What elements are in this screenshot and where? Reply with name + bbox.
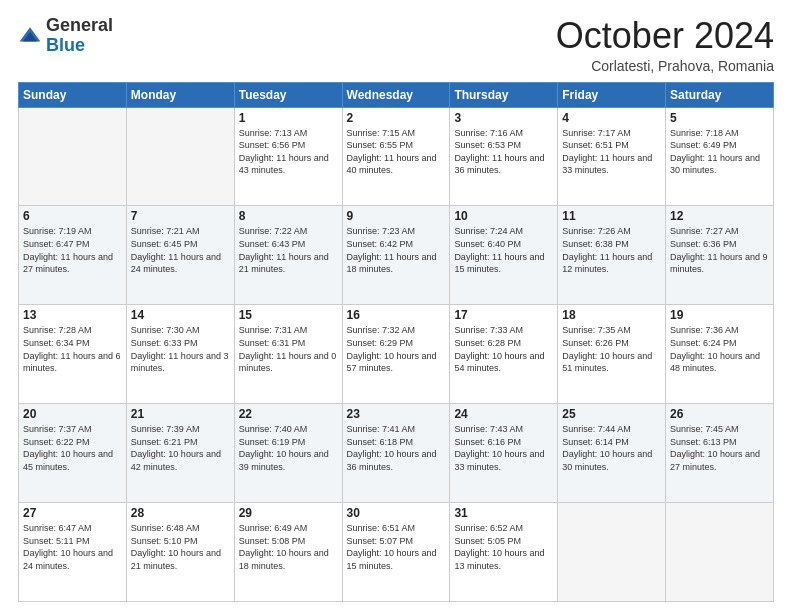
calendar-day-cell: 24Sunrise: 7:43 AMSunset: 6:16 PMDayligh… <box>450 404 558 503</box>
calendar-table: SundayMondayTuesdayWednesdayThursdayFrid… <box>18 82 774 602</box>
calendar-day-cell: 10Sunrise: 7:24 AMSunset: 6:40 PMDayligh… <box>450 206 558 305</box>
day-info: Sunrise: 7:31 AMSunset: 6:31 PMDaylight:… <box>239 324 338 374</box>
day-info: Sunrise: 7:32 AMSunset: 6:29 PMDaylight:… <box>347 324 446 374</box>
calendar-day-header: Thursday <box>450 82 558 107</box>
calendar-day-cell: 14Sunrise: 7:30 AMSunset: 6:33 PMDayligh… <box>126 305 234 404</box>
calendar-day-cell: 4Sunrise: 7:17 AMSunset: 6:51 PMDaylight… <box>558 107 666 206</box>
day-number: 24 <box>454 407 553 421</box>
day-number: 15 <box>239 308 338 322</box>
day-number: 8 <box>239 209 338 223</box>
calendar-day-cell: 15Sunrise: 7:31 AMSunset: 6:31 PMDayligh… <box>234 305 342 404</box>
day-number: 31 <box>454 506 553 520</box>
calendar-day-cell: 30Sunrise: 6:51 AMSunset: 5:07 PMDayligh… <box>342 503 450 602</box>
calendar-day-cell: 29Sunrise: 6:49 AMSunset: 5:08 PMDayligh… <box>234 503 342 602</box>
day-info: Sunrise: 7:18 AMSunset: 6:49 PMDaylight:… <box>670 127 769 177</box>
calendar-day-cell <box>19 107 127 206</box>
calendar-day-header: Friday <box>558 82 666 107</box>
day-info: Sunrise: 7:35 AMSunset: 6:26 PMDaylight:… <box>562 324 661 374</box>
day-info: Sunrise: 7:17 AMSunset: 6:51 PMDaylight:… <box>562 127 661 177</box>
day-number: 9 <box>347 209 446 223</box>
logo: General Blue <box>18 16 113 56</box>
day-number: 11 <box>562 209 661 223</box>
calendar-day-header: Tuesday <box>234 82 342 107</box>
day-info: Sunrise: 7:41 AMSunset: 6:18 PMDaylight:… <box>347 423 446 473</box>
day-number: 12 <box>670 209 769 223</box>
day-info: Sunrise: 6:47 AMSunset: 5:11 PMDaylight:… <box>23 522 122 572</box>
day-info: Sunrise: 6:48 AMSunset: 5:10 PMDaylight:… <box>131 522 230 572</box>
day-info: Sunrise: 7:16 AMSunset: 6:53 PMDaylight:… <box>454 127 553 177</box>
calendar-day-cell: 3Sunrise: 7:16 AMSunset: 6:53 PMDaylight… <box>450 107 558 206</box>
day-info: Sunrise: 7:15 AMSunset: 6:55 PMDaylight:… <box>347 127 446 177</box>
day-info: Sunrise: 7:36 AMSunset: 6:24 PMDaylight:… <box>670 324 769 374</box>
day-number: 16 <box>347 308 446 322</box>
calendar-day-cell: 31Sunrise: 6:52 AMSunset: 5:05 PMDayligh… <box>450 503 558 602</box>
calendar-day-cell: 20Sunrise: 7:37 AMSunset: 6:22 PMDayligh… <box>19 404 127 503</box>
calendar-day-header: Wednesday <box>342 82 450 107</box>
day-number: 2 <box>347 111 446 125</box>
location: Corlatesti, Prahova, Romania <box>556 58 774 74</box>
page: General Blue October 2024 Corlatesti, Pr… <box>0 0 792 612</box>
day-info: Sunrise: 7:13 AMSunset: 6:56 PMDaylight:… <box>239 127 338 177</box>
day-info: Sunrise: 7:23 AMSunset: 6:42 PMDaylight:… <box>347 225 446 275</box>
calendar-day-cell <box>558 503 666 602</box>
day-number: 30 <box>347 506 446 520</box>
day-info: Sunrise: 6:49 AMSunset: 5:08 PMDaylight:… <box>239 522 338 572</box>
day-info: Sunrise: 7:22 AMSunset: 6:43 PMDaylight:… <box>239 225 338 275</box>
header: General Blue October 2024 Corlatesti, Pr… <box>18 16 774 74</box>
day-number: 25 <box>562 407 661 421</box>
logo-icon <box>18 24 42 48</box>
logo-text: General Blue <box>46 16 113 56</box>
calendar-day-cell: 27Sunrise: 6:47 AMSunset: 5:11 PMDayligh… <box>19 503 127 602</box>
calendar-week-row: 1Sunrise: 7:13 AMSunset: 6:56 PMDaylight… <box>19 107 774 206</box>
day-number: 17 <box>454 308 553 322</box>
calendar-day-header: Sunday <box>19 82 127 107</box>
calendar-day-cell: 16Sunrise: 7:32 AMSunset: 6:29 PMDayligh… <box>342 305 450 404</box>
day-info: Sunrise: 7:26 AMSunset: 6:38 PMDaylight:… <box>562 225 661 275</box>
calendar-day-cell: 12Sunrise: 7:27 AMSunset: 6:36 PMDayligh… <box>666 206 774 305</box>
calendar-day-cell: 28Sunrise: 6:48 AMSunset: 5:10 PMDayligh… <box>126 503 234 602</box>
calendar-day-cell: 6Sunrise: 7:19 AMSunset: 6:47 PMDaylight… <box>19 206 127 305</box>
calendar-day-cell: 19Sunrise: 7:36 AMSunset: 6:24 PMDayligh… <box>666 305 774 404</box>
calendar-day-cell <box>666 503 774 602</box>
day-info: Sunrise: 7:45 AMSunset: 6:13 PMDaylight:… <box>670 423 769 473</box>
day-info: Sunrise: 7:37 AMSunset: 6:22 PMDaylight:… <box>23 423 122 473</box>
day-number: 29 <box>239 506 338 520</box>
day-info: Sunrise: 7:27 AMSunset: 6:36 PMDaylight:… <box>670 225 769 275</box>
day-number: 1 <box>239 111 338 125</box>
calendar-day-cell: 7Sunrise: 7:21 AMSunset: 6:45 PMDaylight… <box>126 206 234 305</box>
calendar-day-header: Saturday <box>666 82 774 107</box>
day-info: Sunrise: 7:43 AMSunset: 6:16 PMDaylight:… <box>454 423 553 473</box>
day-number: 10 <box>454 209 553 223</box>
day-number: 21 <box>131 407 230 421</box>
calendar-day-cell: 2Sunrise: 7:15 AMSunset: 6:55 PMDaylight… <box>342 107 450 206</box>
day-info: Sunrise: 7:40 AMSunset: 6:19 PMDaylight:… <box>239 423 338 473</box>
day-number: 18 <box>562 308 661 322</box>
day-number: 4 <box>562 111 661 125</box>
calendar-day-cell: 17Sunrise: 7:33 AMSunset: 6:28 PMDayligh… <box>450 305 558 404</box>
day-info: Sunrise: 7:21 AMSunset: 6:45 PMDaylight:… <box>131 225 230 275</box>
logo-general: General <box>46 15 113 35</box>
day-number: 23 <box>347 407 446 421</box>
day-number: 14 <box>131 308 230 322</box>
calendar-day-cell: 18Sunrise: 7:35 AMSunset: 6:26 PMDayligh… <box>558 305 666 404</box>
day-info: Sunrise: 7:28 AMSunset: 6:34 PMDaylight:… <box>23 324 122 374</box>
calendar-day-cell: 5Sunrise: 7:18 AMSunset: 6:49 PMDaylight… <box>666 107 774 206</box>
calendar-day-cell: 25Sunrise: 7:44 AMSunset: 6:14 PMDayligh… <box>558 404 666 503</box>
calendar-day-cell: 26Sunrise: 7:45 AMSunset: 6:13 PMDayligh… <box>666 404 774 503</box>
day-info: Sunrise: 7:44 AMSunset: 6:14 PMDaylight:… <box>562 423 661 473</box>
day-info: Sunrise: 6:52 AMSunset: 5:05 PMDaylight:… <box>454 522 553 572</box>
calendar-day-cell: 13Sunrise: 7:28 AMSunset: 6:34 PMDayligh… <box>19 305 127 404</box>
calendar-header-row: SundayMondayTuesdayWednesdayThursdayFrid… <box>19 82 774 107</box>
day-info: Sunrise: 7:30 AMSunset: 6:33 PMDaylight:… <box>131 324 230 374</box>
day-number: 20 <box>23 407 122 421</box>
calendar-day-cell: 8Sunrise: 7:22 AMSunset: 6:43 PMDaylight… <box>234 206 342 305</box>
day-number: 5 <box>670 111 769 125</box>
calendar-week-row: 6Sunrise: 7:19 AMSunset: 6:47 PMDaylight… <box>19 206 774 305</box>
day-number: 22 <box>239 407 338 421</box>
day-number: 13 <box>23 308 122 322</box>
calendar-day-cell: 22Sunrise: 7:40 AMSunset: 6:19 PMDayligh… <box>234 404 342 503</box>
day-number: 28 <box>131 506 230 520</box>
calendar-day-header: Monday <box>126 82 234 107</box>
calendar-week-row: 13Sunrise: 7:28 AMSunset: 6:34 PMDayligh… <box>19 305 774 404</box>
day-number: 6 <box>23 209 122 223</box>
